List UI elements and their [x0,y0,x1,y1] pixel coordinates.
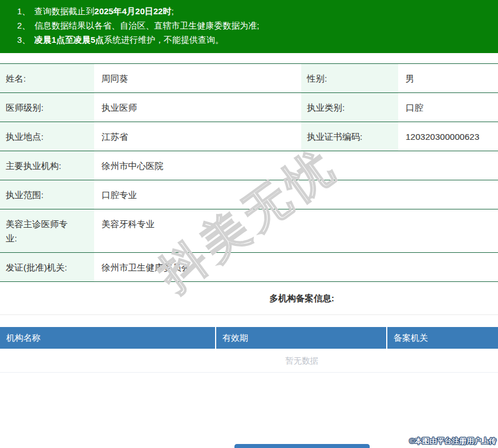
notice-line-2: 2、信息数据结果以各省、自治区、直辖市卫生健康委数据为准; [17,18,498,33]
notice-text: 系统进行维护，不能提供查询。 [104,35,224,45]
field-value-issuing-authority: 徐州市卫生健康委员会 [94,253,498,282]
notice-text: 信息数据结果以各省、自治区、直辖市卫生健康委数据为准; [34,21,259,30]
column-header-institution-name: 机构名称 [0,327,216,349]
table-row: 执业范围: 口腔专业 [0,180,498,209]
table-header-row: 机构名称 有效期 备案机关 [0,327,498,349]
table-row: 发证(批准)机关: 徐州市卫生健康委员会 [0,253,498,282]
table-row: 姓名: 周同葵 性别: 男 [0,64,498,93]
field-label-issuing-authority: 发证(批准)机关: [0,253,94,282]
field-value-cosmetic-specialty: 美容牙科专业 [94,209,498,253]
notice-number: 1、 [17,6,30,16]
table-row: 执业地点: 江苏省 执业证书编码: 120320300000623 [0,122,498,151]
notice-number: 2、 [17,21,30,30]
field-label-certificate-number: 执业证书编码: [301,122,398,151]
close-window-button[interactable]: 〖关闭窗口〗 [234,444,370,448]
field-label-physician-level: 医师级别: [0,93,94,122]
field-label-name: 姓名: [0,64,94,93]
notice-line-3: 3、凌晨1点至凌晨5点系统进行维护，不能提供查询。 [17,33,498,47]
field-label-practice-category: 执业类别: [301,93,398,122]
field-value-main-institution: 徐州市中心医院 [94,151,498,180]
field-value-practice-location: 江苏省 [94,122,301,151]
field-label-practice-scope: 执业范围: [0,180,94,209]
table-row: 医师级别: 执业医师 执业类别: 口腔 [0,93,498,122]
field-value-certificate-number: 120320300000623 [398,122,498,151]
physician-info-table: 姓名: 周同葵 性别: 男 医师级别: 执业医师 执业类别: 口腔 执业地点: … [0,63,498,282]
field-label-main-institution: 主要执业机构: [0,151,94,180]
page-container: 1、查询数据截止到2025年4月20日22时; 2、信息数据结果以各省、自治区、… [0,0,498,448]
column-header-validity-period: 有效期 [216,327,387,349]
field-value-name: 周同葵 [94,64,301,93]
field-value-practice-scope: 口腔专业 [94,180,498,209]
multi-org-table: 机构名称 有效期 备案机关 [0,327,498,349]
field-label-practice-location: 执业地点: [0,122,94,151]
notice-text: 查询数据截止到 [34,6,94,16]
notice-text: ; [171,6,173,16]
empty-data-placeholder: 暂无数据 [0,349,498,373]
table-row: 美容主诊医师专业: 美容牙科专业 [0,209,498,253]
table-row: 主要执业机构: 徐州市中心医院 [0,151,498,180]
notice-text-bold: 2025年4月20日22时 [94,6,171,16]
divider [0,314,498,315]
notice-number: 3、 [17,35,30,45]
notice-text-bold: 凌晨1点至凌晨5点 [34,35,104,45]
notice-line-1: 1、查询数据截止到2025年4月20日22时; [17,4,498,18]
query-result-window: 1、查询数据截止到2025年4月20日22时; 2、信息数据结果以各省、自治区、… [0,0,498,448]
field-label-cosmetic-specialty: 美容主诊医师专业: [0,209,94,253]
field-value-gender: 男 [398,64,498,93]
column-header-filing-authority: 备案机关 [387,327,498,349]
multi-org-section-title: 多机构备案信息: [0,293,498,305]
field-value-practice-category: 口腔 [398,93,498,122]
field-label-gender: 性别: [301,64,398,93]
field-value-physician-level: 执业医师 [94,93,301,122]
notice-banner: 1、查询数据截止到2025年4月20日22时; 2、信息数据结果以各省、自治区、… [0,0,498,53]
